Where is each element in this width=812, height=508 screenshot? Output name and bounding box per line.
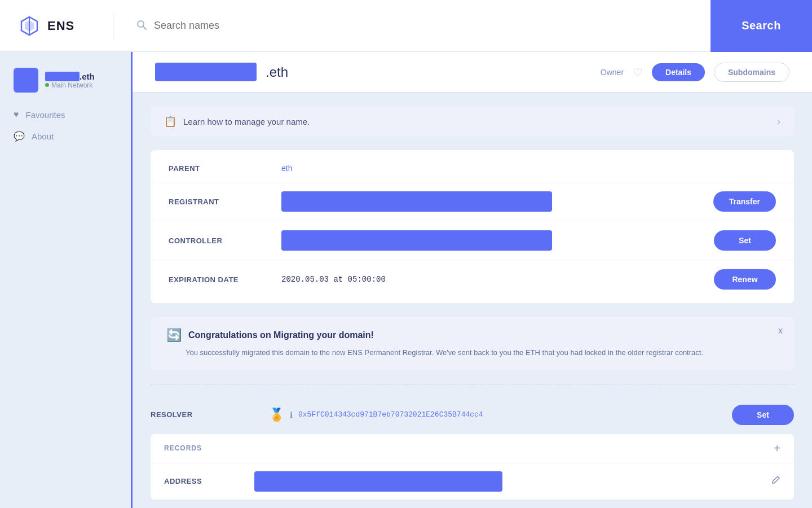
domain-header-right: Owner ♡ Details Subdomains: [601, 63, 789, 82]
sidebar-name: .eth: [45, 72, 95, 81]
info-banner-text: Learn how to manage your name.: [183, 117, 770, 126]
records-add-button[interactable]: +: [774, 442, 780, 455]
records-title: RECORDS: [164, 444, 202, 452]
header: ENS Search: [0, 0, 812, 52]
expiration-label: EXPIRATION DATE: [169, 275, 281, 284]
migration-header: 🔄 Congratulations on Migrating your doma…: [166, 328, 778, 343]
parent-value[interactable]: eth: [281, 164, 776, 173]
sidebar-network: Main Network: [45, 81, 95, 89]
comment-icon: 💬: [14, 131, 25, 142]
parent-row: PARENT eth: [151, 155, 794, 182]
renew-button[interactable]: Renew: [714, 269, 776, 290]
sidebar-item-about-label: About: [32, 132, 54, 141]
search-icon: [136, 19, 147, 33]
registrant-label: REGISTRANT: [169, 198, 281, 206]
resolver-action: Set: [732, 405, 794, 425]
info-banner-arrow-icon: ›: [777, 116, 780, 128]
dotted-divider: [151, 384, 794, 384]
expiration-value: 2020.05.03 at 05:00:00: [281, 275, 386, 284]
controller-label: CONTROLLER: [169, 237, 281, 245]
layout: .eth Main Network ♥ Favourites 💬 About .…: [0, 52, 812, 508]
migration-banner: 🔄 Congratulations on Migrating your doma…: [151, 317, 794, 370]
transfer-button[interactable]: Transfer: [713, 191, 776, 212]
migration-body: You successfully migrated this domain to…: [166, 347, 778, 359]
controller-action: Set: [714, 230, 776, 251]
sidebar-item-about[interactable]: 💬 About: [0, 125, 131, 147]
resolver-info-icon[interactable]: ℹ: [290, 410, 293, 419]
registrant-value: [281, 191, 713, 212]
sidebar-profile: .eth Main Network: [0, 61, 131, 104]
avatar: [14, 68, 38, 93]
records-header: RECORDS +: [151, 434, 794, 463]
controller-row: CONTROLLER Set: [151, 221, 794, 260]
registrant-row: REGISTRANT Transfer: [151, 182, 794, 221]
records-section: RECORDS + ADDRESS: [151, 434, 794, 500]
address-record-bar: [254, 471, 502, 492]
network-dot: [45, 83, 49, 87]
expiration-action: Renew: [714, 269, 776, 290]
resolver-address[interactable]: 0x5FfC014343cd971B7eb70732021E26C35B744c…: [298, 410, 483, 419]
address-record-edit-button[interactable]: [771, 475, 780, 487]
registrant-action: Transfer: [713, 191, 776, 212]
resolver-label: RESOLVER: [151, 410, 263, 419]
controller-value: [281, 230, 714, 251]
controller-bar: [281, 230, 552, 251]
header-divider: [113, 12, 113, 40]
search-input[interactable]: [154, 20, 701, 32]
domain-header: .eth Owner ♡ Details Subdomains: [133, 52, 812, 93]
owner-label: Owner: [601, 68, 624, 77]
domain-eth-suffix: .eth: [266, 64, 288, 80]
migration-title: Congratulations on Migrating your domain…: [188, 330, 374, 340]
address-record-label: ADDRESS: [164, 477, 254, 485]
info-banner[interactable]: 📋 Learn how to manage your name. ›: [151, 106, 794, 137]
resolver-emoji-icon: 🏅: [269, 408, 284, 422]
content-area: 📋 Learn how to manage your name. › PAREN…: [133, 93, 812, 508]
tab-details-button[interactable]: Details: [652, 63, 705, 81]
logo-text: ENS: [47, 19, 74, 33]
network-label: Main Network: [51, 81, 92, 89]
info-banner-icon: 📋: [164, 115, 176, 128]
set-controller-button[interactable]: Set: [714, 230, 776, 251]
migration-icon: 🔄: [166, 328, 182, 343]
svg-line-4: [143, 26, 147, 29]
search-area: [127, 19, 710, 33]
parent-label: PARENT: [169, 164, 281, 173]
ens-logo-icon: [18, 15, 41, 37]
registrant-bar: [281, 191, 552, 212]
expiration-row: EXPIRATION DATE 2020.05.03 at 05:00:00 R…: [151, 260, 794, 299]
search-button[interactable]: Search: [710, 0, 812, 52]
sidebar: .eth Main Network ♥ Favourites 💬 About: [0, 52, 133, 508]
migration-close-button[interactable]: x: [778, 326, 783, 336]
favourite-button[interactable]: ♡: [633, 65, 643, 79]
sidebar-name-redacted: [45, 72, 80, 81]
sidebar-name-block: .eth Main Network: [45, 72, 95, 89]
logo-area: ENS: [0, 15, 113, 37]
resolver-row: RESOLVER 🏅 ℹ 0x5FfC014343cd971B7eb707320…: [151, 396, 794, 434]
tab-subdomains-button[interactable]: Subdomains: [714, 63, 789, 82]
heart-icon: ♥: [14, 110, 19, 120]
domain-name-badge: [155, 63, 257, 81]
sidebar-name-suffix: .eth: [80, 72, 95, 81]
address-record-row: ADDRESS: [151, 463, 794, 500]
sidebar-item-favourites[interactable]: ♥ Favourites: [0, 104, 131, 125]
sidebar-item-favourites-label: Favourites: [26, 110, 65, 120]
details-table: PARENT eth REGISTRANT Transfer CONTROLLE…: [151, 150, 794, 303]
main-content: .eth Owner ♡ Details Subdomains 📋 Learn …: [133, 52, 812, 508]
set-resolver-button[interactable]: Set: [732, 405, 794, 425]
